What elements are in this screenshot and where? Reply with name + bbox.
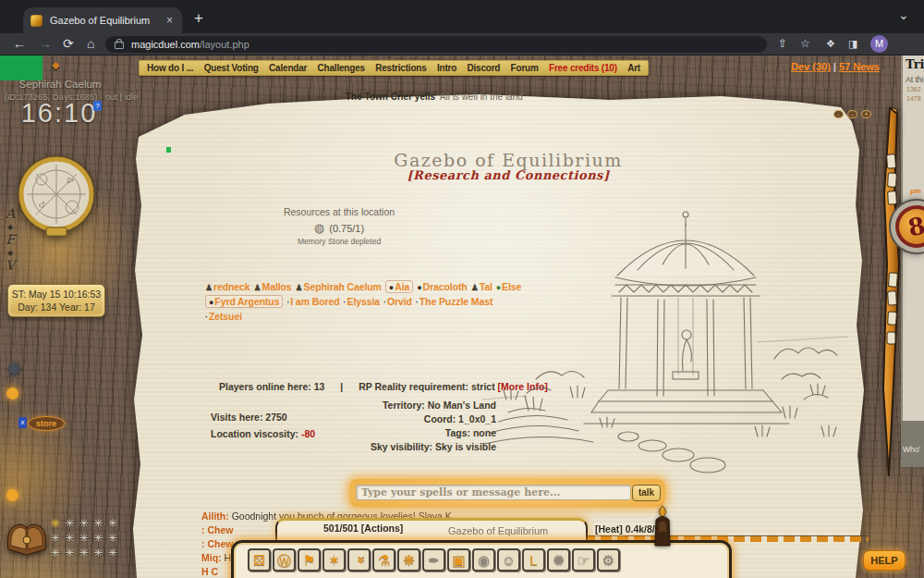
browser-tab[interactable]: Gazebo of Equilibrium × <box>23 7 182 33</box>
dev-link[interactable]: Dev (30) <box>791 61 831 72</box>
player-link-dracoloth[interactable]: ●Dracoloth <box>417 281 467 292</box>
chat-author[interactable]: Ailith: <box>201 510 232 522</box>
players-line: ●Fyrd Argentus·I am Bored·Elyssia·Orvid·… <box>205 292 492 307</box>
panel-toggle-button[interactable]: - <box>833 110 844 118</box>
site-favicon <box>30 15 43 27</box>
cursor-icon-glyph: ☞ <box>578 553 590 567</box>
nav-item-calendar[interactable]: Calendar <box>269 63 307 73</box>
players-list: ♟redneck♟Mallos♟Sephirah Caelum●Aia●Drac… <box>205 277 492 322</box>
share-icon[interactable]: ⇧ <box>778 35 787 52</box>
help-button[interactable]: HELP <box>863 550 906 571</box>
viscosity-line: Location viscosity: -80 <box>211 425 315 442</box>
cursor-icon[interactable]: ☞ <box>572 548 595 572</box>
player-link-i-am-bored[interactable]: ·I am Bored <box>286 296 339 307</box>
star-icon: ✳ <box>77 532 91 547</box>
smiley-icon[interactable]: ☺ <box>497 548 520 572</box>
sidebar-letter-v[interactable]: V <box>3 258 18 274</box>
star-icon: ✳ <box>48 547 63 561</box>
nav-item-intro[interactable]: Intro <box>437 63 456 73</box>
nav-item-art[interactable]: Art <box>627 63 640 73</box>
quill-icon[interactable]: ✒ <box>422 548 445 572</box>
dark-star-icon: ✸ <box>6 357 23 382</box>
game-page: How do I ...Quest VotingCalendarChalleng… <box>0 55 924 578</box>
nav-item-challenges[interactable]: Challenges <box>318 63 365 73</box>
player-link-fyrd-argentus[interactable]: ●Fyrd Argentus <box>205 295 283 308</box>
tab-close-icon[interactable]: × <box>164 14 175 27</box>
player-link-elyssia[interactable]: ·Elyssia <box>344 296 380 307</box>
player-link-label: redneck <box>213 281 250 292</box>
compass-clock[interactable] <box>15 155 98 239</box>
boot-icon[interactable]: L <box>522 548 545 572</box>
diamond-separator-icon[interactable]: ◆ <box>3 222 18 232</box>
back-button[interactable]: ← <box>13 35 26 52</box>
player-status-icon: ● <box>209 298 213 307</box>
store-button[interactable]: store <box>28 416 65 431</box>
player-status-icon: ♟ <box>205 283 213 292</box>
talk-button[interactable]: talk <box>632 485 661 501</box>
sidebar-rune-letters: A◆F◆V <box>3 206 18 274</box>
extensions-icon[interactable]: ❖ <box>826 35 835 52</box>
diamond-separator-icon[interactable]: ◆ <box>3 248 18 258</box>
player-link-label: Dracoloth <box>423 281 468 292</box>
bookmark-star-icon[interactable]: ☆ <box>800 35 810 52</box>
divider: | <box>340 381 343 392</box>
gold-orb-icon[interactable] <box>6 489 18 501</box>
camera-icon[interactable]: ◉ <box>472 548 495 572</box>
sidebar-letter-a[interactable]: A <box>3 206 18 222</box>
chest-icon[interactable]: ▣ <box>447 548 470 572</box>
player-link-sephirah-caelum[interactable]: ♟Sephirah Caelum <box>296 281 382 292</box>
player-name[interactable]: Sephirah Caelum <box>0 79 120 90</box>
player-link-mallos[interactable]: ♟Mallos <box>254 281 292 292</box>
nav-item-discord[interactable]: Discord <box>467 63 500 73</box>
screen-share-indicator <box>0 55 43 80</box>
chat-author[interactable]: Chew <box>207 524 233 535</box>
profile-avatar[interactable]: M <box>870 35 888 53</box>
gears-icon[interactable]: ⚙ <box>597 548 620 572</box>
nav-item-restrictions[interactable]: Restrictions <box>375 63 426 73</box>
player-status-icon: · <box>286 298 289 307</box>
sidebar-letter-f[interactable]: F <box>3 232 18 248</box>
hooded-figure-icon[interactable] <box>650 505 675 547</box>
news-link[interactable]: 57 News <box>839 61 880 72</box>
player-link-orvid[interactable]: ·Orvid <box>383 296 412 307</box>
forward-button[interactable]: → <box>39 35 52 52</box>
panel-toggle-button[interactable]: - <box>847 110 857 118</box>
store-close-icon[interactable]: x <box>18 417 27 428</box>
rank-chevrons-icon[interactable]: « <box>347 548 371 572</box>
clock-help-icon[interactable]: ? <box>93 101 102 111</box>
new-tab-button[interactable]: + <box>194 9 203 28</box>
celebrate-icon[interactable]: ❋ <box>397 548 420 572</box>
player-link-zetsuei[interactable]: ·Zetsuei <box>205 311 242 322</box>
address-bar[interactable]: magicduel.com/layout.php <box>105 36 767 53</box>
tab-search-chevron-icon[interactable]: ⌄ <box>898 7 909 22</box>
wiki-icon[interactable]: Ⓦ <box>273 548 296 572</box>
gold-orb-icon[interactable] <box>6 387 18 400</box>
panel-toggle-button[interactable]: + <box>861 110 871 118</box>
nav-item-how-do-i[interactable]: How do I ... <box>147 63 193 73</box>
player-link-aia[interactable]: ●Aia <box>385 280 413 293</box>
chat-author[interactable]: Chew <box>207 538 233 549</box>
players-line: ♟redneck♟Mallos♟Sephirah Caelum●Aia●Drac… <box>205 277 492 292</box>
chat-author[interactable]: Miq: <box>201 552 225 563</box>
location-subtitle: [Research and Connections] <box>277 168 739 182</box>
lock-icon <box>115 42 124 49</box>
player-link-label: Mallos <box>262 281 292 292</box>
dice-odds-icon[interactable]: ⚄ <box>248 548 271 572</box>
nav-item-free-credits-10[interactable]: Free credits (10) <box>549 63 617 73</box>
chat-input[interactable] <box>356 485 631 500</box>
territory: Territory: No Man's Land <box>311 399 496 412</box>
flag-icon[interactable]: ⚑ <box>298 548 321 572</box>
player-link-redneck[interactable]: ♟redneck <box>205 281 250 292</box>
player-link-label: Fyrd Argentus <box>214 296 279 307</box>
spellbook-icon[interactable] <box>6 518 48 557</box>
reload-button[interactable]: ⟳ <box>63 35 74 52</box>
supplies-icon[interactable]: ⚗ <box>372 548 395 572</box>
chat-author[interactable]: H C <box>201 566 218 577</box>
cheer-icon[interactable]: ✶ <box>322 548 346 572</box>
pin-link[interactable]: pin <box>910 187 921 195</box>
nav-item-quest-voting[interactable]: Quest Voting <box>204 63 259 73</box>
burst-icon[interactable]: ✺ <box>547 548 570 572</box>
nav-item-forum[interactable]: Forum <box>511 63 539 73</box>
side-panel-icon[interactable]: ◨ <box>848 35 857 52</box>
home-button[interactable]: ⌂ <box>87 35 94 52</box>
